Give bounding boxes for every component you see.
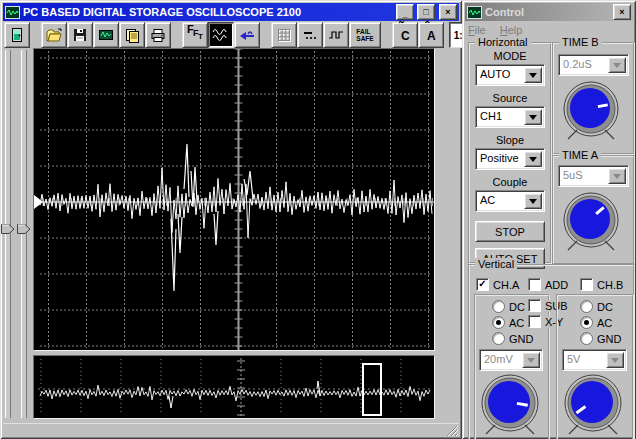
failsafe-label: FAIL SAFE xyxy=(356,28,373,42)
exit-door-icon xyxy=(9,27,25,43)
main-window: PC BASED DIGITAL STORAGE OSCILLOSCOPE 21… xyxy=(0,0,462,439)
dropdown-arrow-icon[interactable] xyxy=(606,352,624,368)
slope-label: Slope xyxy=(470,134,550,146)
cal-a-button[interactable]: ˆ A xyxy=(418,22,444,48)
dual-wave-icon xyxy=(212,27,230,43)
ch-b-range-select[interactable]: 5V xyxy=(562,349,627,371)
ch-a-checkbox[interactable]: CH.A xyxy=(476,278,519,291)
maximize-button[interactable]: □ xyxy=(417,4,435,20)
fft-button[interactable]: F F T xyxy=(182,22,208,48)
add-checkbox[interactable]: ADD xyxy=(528,278,568,291)
app-icon xyxy=(5,6,20,19)
ch-b-ac-radio[interactable]: AC xyxy=(580,316,612,329)
control-window-title: Control xyxy=(485,6,610,18)
menu-help[interactable]: Help xyxy=(500,24,523,36)
ch-b-slider-thumb[interactable] xyxy=(17,224,31,234)
time-a-knob[interactable] xyxy=(559,189,623,259)
trigger-marker[interactable] xyxy=(34,195,43,211)
couple-select[interactable]: AC xyxy=(475,190,545,212)
time-b-group-label: TIME B xyxy=(559,36,602,48)
main-scope-plot xyxy=(34,49,434,350)
horizontal-group: Horizontal MODE AUTO Source CH1 Slope Po… xyxy=(468,42,552,264)
undo-wave-icon xyxy=(239,28,256,43)
dropdown-arrow-icon[interactable] xyxy=(524,193,542,209)
pulse-mode-button[interactable] xyxy=(323,22,349,48)
grid-toggle-button[interactable] xyxy=(271,22,297,48)
desktop: PC BASED DIGITAL STORAGE OSCILLOSCOPE 21… xyxy=(0,0,636,439)
minimize-button[interactable]: _ xyxy=(396,4,414,20)
fft-icon: F F T xyxy=(183,23,207,47)
overview-scope-display xyxy=(33,355,435,419)
grid-icon xyxy=(276,27,292,43)
ch-b-gnd-radio[interactable]: GND xyxy=(580,332,621,345)
cal-c-button[interactable]: ˜ C xyxy=(392,22,418,48)
ch-a-dc-radio[interactable]: DC xyxy=(492,300,525,313)
save-floppy-icon xyxy=(72,27,88,43)
failsafe-button[interactable]: FAIL SAFE xyxy=(349,22,381,48)
toolbar: F F T xyxy=(4,22,458,48)
printer-icon xyxy=(150,28,166,43)
cal-a-icon: ˆ A xyxy=(419,23,443,47)
time-b-knob[interactable] xyxy=(559,78,623,148)
window-title: PC BASED DIGITAL STORAGE OSCILLOSCOPE 21… xyxy=(23,6,393,18)
line-dots-icon xyxy=(302,27,318,43)
dropdown-arrow-icon[interactable] xyxy=(608,57,626,73)
vertical-group: Vertical CH.A ADD CH.B DC xyxy=(468,264,635,439)
dotted-trace-button[interactable] xyxy=(297,22,323,48)
ch-a-gnd-radio[interactable]: GND xyxy=(492,332,533,345)
dropdown-arrow-icon[interactable] xyxy=(608,168,626,184)
time-b-select[interactable]: 0.2uS xyxy=(558,54,629,76)
time-b-group: TIME B 0.2uS xyxy=(552,42,635,155)
time-a-group-label: TIME A xyxy=(559,149,601,161)
zoom-selection-box[interactable] xyxy=(362,363,382,416)
close-button[interactable]: × xyxy=(439,4,457,20)
ch-b-gain-knob[interactable] xyxy=(562,372,624,439)
ch-a-ac-radio[interactable]: AC xyxy=(492,316,524,329)
ch-a-range-select[interactable]: 20mV xyxy=(479,349,543,371)
horizontal-group-label: Horizontal xyxy=(475,36,531,48)
print-button[interactable] xyxy=(145,22,171,48)
cal-c-icon: ˜ C xyxy=(393,23,417,47)
time-a-select[interactable]: 5uS xyxy=(558,165,629,187)
save-button[interactable] xyxy=(67,22,93,48)
control-app-icon xyxy=(467,6,482,19)
resize-grip[interactable] xyxy=(445,424,458,436)
menu-file[interactable]: File xyxy=(468,24,486,36)
couple-label: Couple xyxy=(470,176,550,188)
mode-label: MODE xyxy=(470,50,550,62)
control-titlebar: Control × xyxy=(465,3,633,21)
ch-a-slider-thumb[interactable] xyxy=(1,224,15,234)
main-scope-display xyxy=(33,48,435,351)
open-folder-icon xyxy=(46,28,63,43)
source-select[interactable]: CH1 xyxy=(475,106,545,128)
status-bar xyxy=(3,423,459,436)
dropdown-arrow-icon[interactable] xyxy=(524,109,542,125)
scope-screen-icon xyxy=(98,28,114,42)
mode-select[interactable]: AUTO xyxy=(475,64,545,86)
dropdown-arrow-icon[interactable] xyxy=(524,67,542,83)
dropdown-arrow-icon[interactable] xyxy=(522,352,540,368)
ch-b-checkbox[interactable]: CH.B xyxy=(580,278,623,291)
vertical-group-label: Vertical xyxy=(475,258,517,270)
exit-button[interactable] xyxy=(4,22,30,48)
stop-button[interactable]: STOP xyxy=(475,221,545,242)
time-a-group: TIME A 5uS xyxy=(552,155,635,265)
control-close-button[interactable]: × xyxy=(613,4,631,20)
dropdown-arrow-icon[interactable] xyxy=(524,151,542,167)
snapshot-button[interactable] xyxy=(93,22,119,48)
waveform-mode-button[interactable] xyxy=(208,22,234,48)
main-titlebar: PC BASED DIGITAL STORAGE OSCILLOSCOPE 21… xyxy=(3,3,459,21)
open-button[interactable] xyxy=(41,22,67,48)
notes-icon xyxy=(124,28,140,43)
ch-b-dc-radio[interactable]: DC xyxy=(580,300,613,313)
control-window: Control × File Help Horizontal MODE AUTO… xyxy=(462,0,636,439)
ch-a-gain-knob[interactable] xyxy=(479,372,541,439)
ch-b-settings-box: DC AC GND 5V xyxy=(556,294,634,439)
step-wave-icon xyxy=(328,27,344,43)
copy-button[interactable] xyxy=(119,22,145,48)
slope-select[interactable]: Positive xyxy=(475,148,545,170)
recall-wave-button[interactable] xyxy=(234,22,260,48)
source-label: Source xyxy=(470,92,550,104)
